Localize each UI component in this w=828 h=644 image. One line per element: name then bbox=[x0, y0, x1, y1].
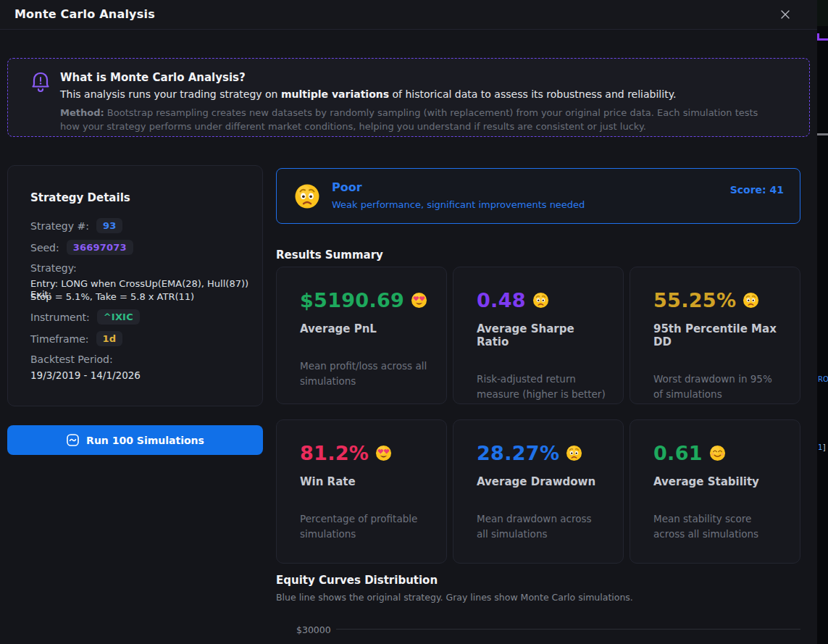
results-summary-title: Results Summary bbox=[276, 248, 383, 262]
y-axis-tick-label: $30000 bbox=[296, 624, 331, 635]
timeframe-badge: 1d bbox=[96, 331, 123, 346]
monte-carlo-modal: Monte Carlo Analysis What is Monte Carlo… bbox=[0, 0, 817, 644]
worried-emoji-icon bbox=[743, 292, 759, 309]
score-description: Weak performance, significant improvemen… bbox=[332, 199, 585, 210]
metric-description: Mean profit/loss across all simulations bbox=[300, 359, 429, 389]
info-method: Method: Bootstrap resampling creates new… bbox=[60, 106, 777, 133]
backtest-period-value: 19/3/2019 - 14/1/2026 bbox=[30, 369, 141, 381]
timeframe-label: Timeframe: bbox=[30, 333, 89, 345]
instrument-badge: ^IXIC bbox=[97, 309, 140, 325]
equity-curves-title: Equity Curves Distribution bbox=[276, 574, 438, 587]
modal-title: Monte Carlo Analysis bbox=[14, 7, 155, 21]
seed-badge: 36697073 bbox=[67, 240, 133, 255]
metric-description: Percentage of profitable simulations bbox=[300, 511, 429, 542]
background-purple-line-fragment bbox=[817, 38, 828, 41]
backtest-period-label: Backtest Period: bbox=[30, 354, 113, 365]
heart-eyes-emoji-icon bbox=[411, 292, 427, 309]
close-icon[interactable] bbox=[777, 7, 793, 23]
metric-value: 28.27% bbox=[477, 442, 559, 464]
metric-label: Win Rate bbox=[300, 475, 429, 488]
metric-label: Average Drawdown bbox=[477, 475, 606, 488]
worried-emoji-icon bbox=[566, 445, 582, 461]
score-panel: Poor Weak performance, significant impro… bbox=[276, 168, 800, 224]
equity-curves-subtitle: Blue line shows the original strategy. G… bbox=[276, 592, 633, 603]
seed-label: Seed: bbox=[30, 242, 59, 254]
info-title: What is Monte Carlo Analysis? bbox=[60, 71, 246, 84]
instrument-label: Instrument: bbox=[30, 311, 90, 323]
info-body: This analysis runs your trading strategy… bbox=[60, 88, 792, 100]
info-box: What is Monte Carlo Analysis? This analy… bbox=[7, 58, 810, 137]
metric-label: Average Sharpe Ratio bbox=[477, 322, 606, 348]
score-rating: Poor bbox=[332, 180, 362, 194]
result-card: 28.27%Average DrawdownMean drawdown acro… bbox=[453, 419, 624, 564]
background-page-strip: ROS 1] bbox=[817, 0, 828, 644]
smiling-emoji-icon bbox=[709, 445, 726, 461]
strategy-number-row: Strategy #: 93 bbox=[30, 218, 122, 233]
instrument-row: Instrument: ^IXIC bbox=[30, 309, 140, 325]
bell-alert-icon bbox=[30, 71, 51, 94]
heart-eyes-emoji-icon bbox=[375, 445, 392, 461]
result-card: 55.25%95th Percentile Max DDWorst drawdo… bbox=[630, 267, 800, 404]
result-card: $5190.69Average PnLMean profit/loss acro… bbox=[276, 267, 447, 404]
metric-value: 0.61 bbox=[653, 442, 703, 464]
modal-header: Monte Carlo Analysis bbox=[0, 0, 817, 30]
strategy-details-title: Strategy Details bbox=[30, 191, 130, 204]
metric-value: 0.48 bbox=[477, 289, 526, 311]
metric-description: Mean stability score across all simulati… bbox=[653, 511, 782, 542]
background-code-fragment: 1] bbox=[818, 443, 827, 451]
result-card: 0.48Average Sharpe RatioRisk-adjusted re… bbox=[453, 267, 624, 404]
worried-emoji-icon bbox=[294, 183, 320, 209]
metric-label: Average PnL bbox=[300, 322, 429, 335]
result-card: 0.61Average StabilityMean stability scor… bbox=[630, 419, 800, 564]
metric-description: Risk-adjusted return measure (higher is … bbox=[477, 372, 606, 402]
metric-value: 81.2% bbox=[300, 442, 369, 464]
background-gray-line-fragment bbox=[817, 133, 828, 135]
background-chart-fragment bbox=[817, 0, 828, 26]
run-simulations-button[interactable]: Run 100 Simulations bbox=[7, 425, 263, 455]
strategy-label: Strategy: bbox=[30, 262, 77, 274]
chart-gridline bbox=[336, 629, 800, 630]
activity-icon bbox=[66, 433, 80, 447]
strategy-number-label: Strategy #: bbox=[30, 220, 89, 232]
metric-value: $5190.69 bbox=[300, 289, 404, 311]
metric-description: Worst drawdown in 95% of simulations bbox=[653, 372, 782, 402]
strategy-rule-line2: Stop = 5.1%, Take = 5.8 x ATR(11) bbox=[30, 291, 194, 302]
seed-row: Seed: 36697073 bbox=[30, 240, 133, 255]
run-simulations-label: Run 100 Simulations bbox=[86, 435, 204, 446]
results-cards-grid: $5190.69Average PnLMean profit/loss acro… bbox=[276, 267, 800, 564]
metric-description: Mean drawdown across all simulations bbox=[477, 511, 606, 542]
result-card: 81.2%Win RatePercentage of profitable si… bbox=[276, 419, 447, 564]
screen: Monte Carlo Analysis What is Monte Carlo… bbox=[0, 0, 828, 644]
strategy-number-badge: 93 bbox=[96, 218, 123, 233]
metric-label: 95th Percentile Max DD bbox=[653, 322, 782, 348]
background-text-fragment: ROS bbox=[818, 375, 828, 383]
score-value: Score: 41 bbox=[730, 184, 784, 196]
worried-emoji-icon bbox=[532, 292, 549, 309]
metric-label: Average Stability bbox=[653, 475, 782, 488]
metric-value: 55.25% bbox=[653, 289, 736, 311]
timeframe-row: Timeframe: 1d bbox=[30, 331, 122, 346]
strategy-details-panel: Strategy Details Strategy #: 93 Seed: 36… bbox=[7, 165, 263, 406]
